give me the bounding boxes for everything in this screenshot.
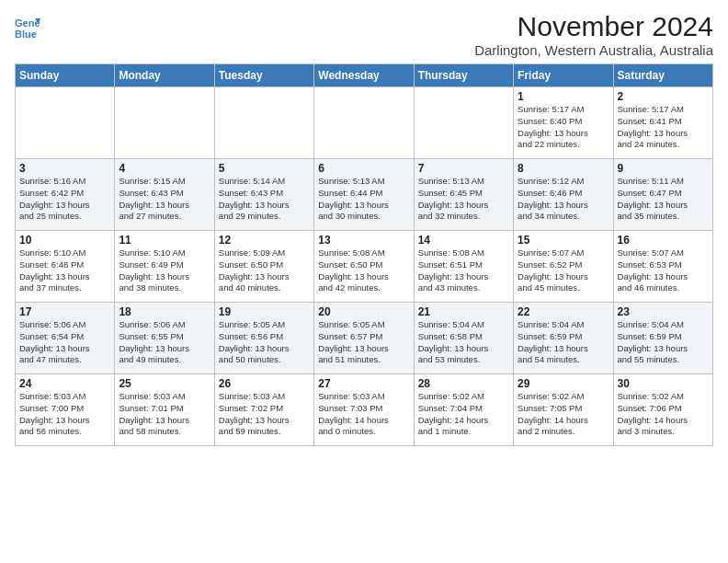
day-number: 10: [19, 234, 110, 247]
table-cell: 5Sunrise: 5:14 AM Sunset: 6:43 PM Daylig…: [214, 159, 313, 231]
header-saturday: Saturday: [613, 64, 712, 87]
table-cell: 3Sunrise: 5:16 AM Sunset: 6:42 PM Daylig…: [16, 159, 115, 231]
day-info: Sunrise: 5:13 AM Sunset: 6:45 PM Dayligh…: [418, 176, 509, 223]
day-info: Sunrise: 5:10 AM Sunset: 6:48 PM Dayligh…: [19, 247, 110, 294]
header-monday: Monday: [115, 64, 214, 87]
day-number: 25: [119, 377, 210, 390]
header-thursday: Thursday: [414, 64, 513, 87]
day-info: Sunrise: 5:02 AM Sunset: 7:06 PM Dayligh…: [618, 391, 709, 438]
day-info: Sunrise: 5:09 AM Sunset: 6:50 PM Dayligh…: [219, 247, 310, 294]
day-number: 30: [618, 377, 709, 390]
day-info: Sunrise: 5:12 AM Sunset: 6:46 PM Dayligh…: [518, 176, 609, 223]
week-row-1: 3Sunrise: 5:16 AM Sunset: 6:42 PM Daylig…: [16, 159, 713, 231]
day-number: 11: [119, 234, 210, 247]
table-cell: 21Sunrise: 5:04 AM Sunset: 6:58 PM Dayli…: [414, 303, 513, 374]
day-info: Sunrise: 5:04 AM Sunset: 6:59 PM Dayligh…: [518, 319, 609, 366]
day-number: 15: [518, 234, 609, 247]
table-cell: 12Sunrise: 5:09 AM Sunset: 6:50 PM Dayli…: [214, 231, 313, 303]
day-info: Sunrise: 5:10 AM Sunset: 6:49 PM Dayligh…: [119, 247, 210, 294]
day-number: 16: [618, 234, 709, 247]
logo-icon: General Blue: [15, 15, 40, 40]
table-cell: 10Sunrise: 5:10 AM Sunset: 6:48 PM Dayli…: [16, 231, 115, 303]
table-cell: [314, 87, 414, 159]
header-friday: Friday: [514, 64, 613, 87]
table-cell: 13Sunrise: 5:08 AM Sunset: 6:50 PM Dayli…: [314, 231, 414, 303]
day-number: 5: [219, 162, 310, 175]
day-info: Sunrise: 5:02 AM Sunset: 7:05 PM Dayligh…: [518, 391, 609, 438]
day-info: Sunrise: 5:06 AM Sunset: 6:55 PM Dayligh…: [119, 319, 210, 366]
table-cell: 19Sunrise: 5:05 AM Sunset: 6:56 PM Dayli…: [214, 303, 313, 374]
day-number: 29: [518, 377, 609, 390]
day-info: Sunrise: 5:08 AM Sunset: 6:51 PM Dayligh…: [418, 247, 509, 294]
table-cell: 9Sunrise: 5:11 AM Sunset: 6:47 PM Daylig…: [613, 159, 712, 231]
weekday-header-row: Sunday Monday Tuesday Wednesday Thursday…: [16, 64, 713, 87]
table-cell: 26Sunrise: 5:03 AM Sunset: 7:02 PM Dayli…: [214, 374, 313, 446]
week-row-2: 10Sunrise: 5:10 AM Sunset: 6:48 PM Dayli…: [16, 231, 713, 303]
table-cell: 1Sunrise: 5:17 AM Sunset: 6:40 PM Daylig…: [514, 87, 613, 159]
table-cell: 23Sunrise: 5:04 AM Sunset: 6:59 PM Dayli…: [613, 303, 712, 374]
day-number: 2: [618, 90, 709, 103]
table-cell: 7Sunrise: 5:13 AM Sunset: 6:45 PM Daylig…: [414, 159, 513, 231]
day-info: Sunrise: 5:15 AM Sunset: 6:43 PM Dayligh…: [119, 176, 210, 223]
day-number: 4: [119, 162, 210, 175]
day-number: 14: [418, 234, 509, 247]
day-number: 17: [19, 305, 110, 318]
table-cell: 18Sunrise: 5:06 AM Sunset: 6:55 PM Dayli…: [115, 303, 214, 374]
page: General Blue November 2024 Darlington, W…: [0, 0, 728, 454]
day-info: Sunrise: 5:04 AM Sunset: 6:59 PM Dayligh…: [618, 319, 709, 366]
day-number: 12: [219, 234, 310, 247]
header-sunday: Sunday: [16, 64, 115, 87]
day-info: Sunrise: 5:03 AM Sunset: 7:00 PM Dayligh…: [19, 391, 110, 438]
table-cell: 24Sunrise: 5:03 AM Sunset: 7:00 PM Dayli…: [16, 374, 115, 446]
day-number: 22: [518, 305, 609, 318]
title-block: November 2024 Darlington, Western Austra…: [474, 11, 713, 58]
location-title: Darlington, Western Australia, Australia: [474, 42, 713, 58]
day-number: 8: [518, 162, 609, 175]
day-number: 27: [318, 377, 409, 390]
svg-text:Blue: Blue: [15, 29, 37, 40]
day-info: Sunrise: 5:07 AM Sunset: 6:53 PM Dayligh…: [618, 247, 709, 294]
day-number: 20: [318, 305, 409, 318]
day-info: Sunrise: 5:13 AM Sunset: 6:44 PM Dayligh…: [318, 176, 409, 223]
day-info: Sunrise: 5:03 AM Sunset: 7:01 PM Dayligh…: [119, 391, 210, 438]
day-number: 21: [418, 305, 509, 318]
header-tuesday: Tuesday: [214, 64, 313, 87]
day-number: 1: [518, 90, 609, 103]
header-wednesday: Wednesday: [314, 64, 414, 87]
week-row-0: 1Sunrise: 5:17 AM Sunset: 6:40 PM Daylig…: [16, 87, 713, 159]
table-cell: 25Sunrise: 5:03 AM Sunset: 7:01 PM Dayli…: [115, 374, 214, 446]
table-cell: 6Sunrise: 5:13 AM Sunset: 6:44 PM Daylig…: [314, 159, 414, 231]
table-cell: 17Sunrise: 5:06 AM Sunset: 6:54 PM Dayli…: [16, 303, 115, 374]
day-number: 19: [219, 305, 310, 318]
day-info: Sunrise: 5:17 AM Sunset: 6:41 PM Dayligh…: [618, 104, 709, 151]
table-cell: 22Sunrise: 5:04 AM Sunset: 6:59 PM Dayli…: [514, 303, 613, 374]
day-number: 9: [618, 162, 709, 175]
day-info: Sunrise: 5:03 AM Sunset: 7:02 PM Dayligh…: [219, 391, 310, 438]
day-number: 7: [418, 162, 509, 175]
day-number: 13: [318, 234, 409, 247]
table-cell: [115, 87, 214, 159]
day-info: Sunrise: 5:05 AM Sunset: 6:56 PM Dayligh…: [219, 319, 310, 366]
table-cell: 15Sunrise: 5:07 AM Sunset: 6:52 PM Dayli…: [514, 231, 613, 303]
table-cell: 28Sunrise: 5:02 AM Sunset: 7:04 PM Dayli…: [414, 374, 513, 446]
table-cell: [16, 87, 115, 159]
calendar-table: Sunday Monday Tuesday Wednesday Thursday…: [15, 63, 713, 446]
table-cell: 20Sunrise: 5:05 AM Sunset: 6:57 PM Dayli…: [314, 303, 414, 374]
day-info: Sunrise: 5:11 AM Sunset: 6:47 PM Dayligh…: [618, 176, 709, 223]
table-cell: 4Sunrise: 5:15 AM Sunset: 6:43 PM Daylig…: [115, 159, 214, 231]
day-info: Sunrise: 5:03 AM Sunset: 7:03 PM Dayligh…: [318, 391, 409, 438]
day-info: Sunrise: 5:14 AM Sunset: 6:43 PM Dayligh…: [219, 176, 310, 223]
table-cell: 11Sunrise: 5:10 AM Sunset: 6:49 PM Dayli…: [115, 231, 214, 303]
day-number: 23: [618, 305, 709, 318]
day-info: Sunrise: 5:08 AM Sunset: 6:50 PM Dayligh…: [318, 247, 409, 294]
day-info: Sunrise: 5:04 AM Sunset: 6:58 PM Dayligh…: [418, 319, 509, 366]
day-info: Sunrise: 5:07 AM Sunset: 6:52 PM Dayligh…: [518, 247, 609, 294]
day-info: Sunrise: 5:16 AM Sunset: 6:42 PM Dayligh…: [19, 176, 110, 223]
table-cell: [214, 87, 313, 159]
day-info: Sunrise: 5:06 AM Sunset: 6:54 PM Dayligh…: [19, 319, 110, 366]
table-cell: 29Sunrise: 5:02 AM Sunset: 7:05 PM Dayli…: [514, 374, 613, 446]
table-cell: 2Sunrise: 5:17 AM Sunset: 6:41 PM Daylig…: [613, 87, 712, 159]
table-cell: 14Sunrise: 5:08 AM Sunset: 6:51 PM Dayli…: [414, 231, 513, 303]
day-number: 24: [19, 377, 110, 390]
day-info: Sunrise: 5:05 AM Sunset: 6:57 PM Dayligh…: [318, 319, 409, 366]
